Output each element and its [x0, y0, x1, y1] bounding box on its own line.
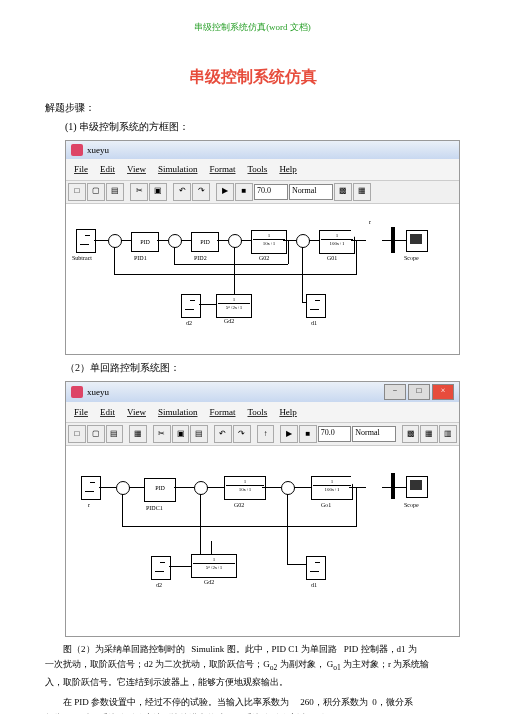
menu-view[interactable]: View [127, 162, 146, 176]
block-sum4[interactable] [296, 234, 310, 248]
doc-header: 串级控制系统仿真(word 文档) [45, 20, 460, 34]
redo-icon[interactable]: ↷ [233, 425, 251, 443]
label-subtract: Subtract [72, 254, 92, 264]
menu-fmt[interactable]: Format [210, 405, 236, 419]
save-icon[interactable]: ▤ [106, 183, 124, 201]
redo-icon[interactable]: ↷ [192, 183, 210, 201]
label-d2: d2 [186, 319, 192, 329]
zoom-icon[interactable]: ▩ [402, 425, 420, 443]
block-pid1[interactable]: PID [131, 232, 159, 252]
menu-tools[interactable]: Tools [248, 405, 268, 419]
menu-file[interactable]: File [74, 162, 88, 176]
menu-view[interactable]: View [127, 405, 146, 419]
paragraph-1: 图（2）为采纳单回路控制时的 Simulink 图。此中，PID C1 为单回路… [45, 642, 460, 690]
play-icon[interactable]: ▶ [280, 425, 298, 443]
block-mux[interactable] [391, 473, 395, 499]
app-icon [71, 144, 83, 156]
label-d1: d1 [311, 319, 317, 329]
print-icon[interactable]: ▦ [129, 425, 147, 443]
canvas-1: Subtract PID PID1 PID PID2 110s+1 G02 11… [66, 204, 459, 354]
label-r: r [369, 218, 371, 228]
paragraph-2: 在 PID 参数设置中，经过不停的试验。当输入比率系数为 260，积分系数为 0… [45, 695, 460, 714]
new-icon[interactable]: □ [68, 425, 86, 443]
undo-icon[interactable]: ↶ [173, 183, 191, 201]
block-scope[interactable] [406, 476, 428, 498]
lib-icon[interactable]: ▦ [353, 183, 371, 201]
menubar-1: File Edit View Simulation Format Tools H… [66, 159, 459, 180]
zoom-icon[interactable]: ▩ [334, 183, 352, 201]
block-g02[interactable]: 110s+1 [251, 230, 287, 254]
menu-tools[interactable]: Tools [248, 162, 268, 176]
minimize-button[interactable]: − [384, 384, 406, 400]
sim-mode[interactable]: Normal [289, 184, 333, 200]
label-g02: G02 [234, 501, 244, 511]
menu-edit[interactable]: Edit [100, 405, 115, 419]
close-button[interactable]: × [432, 384, 454, 400]
new-icon[interactable]: □ [68, 183, 86, 201]
block-go1[interactable]: 1100s+1 [311, 476, 353, 500]
stop-icon[interactable]: ■ [235, 183, 253, 201]
sim-time[interactable]: 70.0 [318, 426, 352, 442]
block-d1[interactable] [306, 556, 326, 580]
copy-icon[interactable]: ▣ [172, 425, 190, 443]
block-d1[interactable] [306, 294, 326, 318]
label-r: r [88, 501, 90, 511]
block-g02[interactable]: 110s+1 [224, 476, 266, 500]
block-pid2[interactable]: PID [191, 232, 219, 252]
menu-sim[interactable]: Simulation [158, 162, 198, 176]
play-icon[interactable]: ▶ [216, 183, 234, 201]
up-icon[interactable]: ↑ [257, 425, 275, 443]
window-title: xueyu [87, 143, 109, 157]
maximize-button[interactable]: □ [408, 384, 430, 400]
paste-icon[interactable]: ▤ [190, 425, 208, 443]
app-icon [71, 386, 83, 398]
cut-icon[interactable]: ✂ [130, 183, 148, 201]
block-sum2[interactable] [194, 481, 208, 495]
sim-mode[interactable]: Normal [352, 426, 395, 442]
block-sum1[interactable] [116, 481, 130, 495]
sim-time[interactable]: 70.0 [254, 184, 288, 200]
block-scope[interactable] [406, 230, 428, 252]
open-icon[interactable]: ▢ [87, 425, 105, 443]
toolbar-1: □ ▢ ▤ ✂ ▣ ↶ ↷ ▶ ■ 70.0 Normal ▩ ▦ [66, 181, 459, 204]
label-g01: G01 [327, 254, 337, 264]
block-r[interactable] [81, 476, 101, 500]
label-d2: d2 [156, 581, 162, 591]
block-g01[interactable]: 1100s+1 [319, 230, 355, 254]
lib-icon[interactable]: ▦ [420, 425, 438, 443]
menu-help[interactable]: Help [279, 405, 297, 419]
section-1: (1) 串级控制系统的方框图： [45, 119, 460, 135]
menu-help[interactable]: Help [279, 162, 297, 176]
menubar-2: File Edit View Simulation Format Tools H… [66, 402, 459, 423]
stop-icon[interactable]: ■ [299, 425, 317, 443]
block-sum1[interactable] [108, 234, 122, 248]
section-2: （2）单回路控制系统图： [45, 360, 460, 376]
menu-file[interactable]: File [74, 405, 88, 419]
label-gd2: Gd2 [224, 317, 234, 327]
copy-icon[interactable]: ▣ [149, 183, 167, 201]
label-pidc1: PIDC1 [146, 504, 163, 514]
titlebar-2: xueyu − □ × [66, 382, 459, 402]
block-sum3[interactable] [228, 234, 242, 248]
menu-sim[interactable]: Simulation [158, 405, 198, 419]
label-pid1: PID1 [134, 254, 147, 264]
step-label: 解题步骤： [45, 100, 460, 116]
model-icon[interactable]: ▥ [439, 425, 457, 443]
window-title: xueyu [87, 385, 109, 399]
block-sum2[interactable] [168, 234, 182, 248]
cut-icon[interactable]: ✂ [153, 425, 171, 443]
block-gd2[interactable]: 15²+2s+1 [191, 554, 237, 578]
save-icon[interactable]: ▤ [106, 425, 124, 443]
block-step-r[interactable] [76, 229, 96, 253]
block-gd2[interactable]: 15²+2s+1 [216, 294, 252, 318]
open-icon[interactable]: ▢ [87, 183, 105, 201]
undo-icon[interactable]: ↶ [214, 425, 232, 443]
menu-fmt[interactable]: Format [210, 162, 236, 176]
block-d2[interactable] [151, 556, 171, 580]
block-pidc1[interactable]: PID [144, 478, 176, 502]
menu-edit[interactable]: Edit [100, 162, 115, 176]
block-d2[interactable] [181, 294, 201, 318]
block-sum3[interactable] [281, 481, 295, 495]
label-scope: Scope [404, 254, 419, 264]
titlebar-1: xueyu [66, 141, 459, 159]
